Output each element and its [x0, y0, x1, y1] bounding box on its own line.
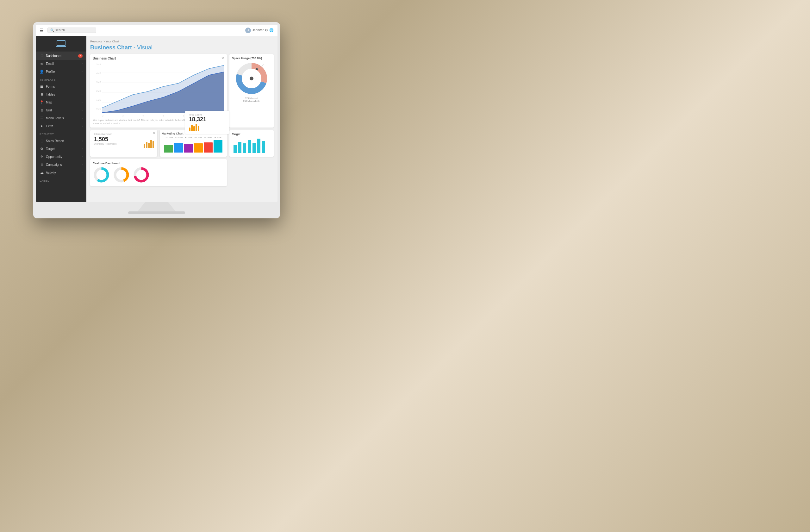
search-input[interactable]	[55, 29, 93, 32]
sidebar-item-extra[interactable]: ★ Extra ‹	[36, 122, 86, 130]
pct-1: 31.25%	[165, 136, 173, 139]
target-icon: ⚙	[39, 147, 44, 151]
space-available-label: 250 Mb available	[232, 100, 271, 102]
avatar: J	[245, 28, 251, 33]
pct-3: 36.50%	[185, 136, 192, 139]
gauge-row	[93, 166, 224, 183]
dashboard-grid: ✕ Business Chart 5MS 4MS 3MS 2MS 1MS 0MS	[90, 54, 274, 186]
sidebar-label-map: Map	[46, 101, 52, 104]
top-bar: ☰ 🔍 J Jennifer ⚙ 🌐	[36, 25, 277, 36]
activity-icon: ☁	[39, 171, 44, 175]
total-count-value: 18,321	[189, 116, 226, 123]
realtime-card: Realtime Dashboard	[90, 159, 227, 186]
y-label-5ms: 5MS	[93, 63, 101, 65]
page-title-dash: -	[133, 44, 137, 51]
sales-report-chevron: ‹	[82, 140, 83, 142]
interactive-user-label: Interactive User	[94, 133, 153, 135]
mbar-6	[214, 140, 223, 152]
total-count-chart	[189, 124, 226, 131]
email-icon: ✉	[39, 62, 44, 66]
sidebar-item-target[interactable]: ⚙ Target ‹	[36, 145, 86, 153]
y-label-2ms: 2MS	[93, 90, 101, 92]
forms-chevron: ‹	[82, 85, 83, 88]
project-section-label: Project	[36, 130, 86, 137]
interactive-user-close[interactable]: ✕	[153, 131, 155, 135]
sidebar-item-sales-report[interactable]: ⊞ Sales Report ‹	[36, 137, 86, 145]
sidebar-label-campaigns: Campaigns	[46, 163, 62, 166]
label-section-label: Label	[36, 177, 86, 183]
sales-report-icon: ⊞	[39, 139, 44, 143]
sidebar-item-map[interactable]: 📍 Map ‹	[36, 98, 86, 106]
pct-2: 43.75%	[175, 136, 182, 139]
svg-rect-12	[233, 145, 237, 153]
dashboard-badge: 7	[78, 54, 83, 58]
bar-1	[144, 144, 145, 148]
chart-area: 2345678	[102, 62, 224, 117]
page-title: Business Chart - Visual	[90, 44, 274, 51]
sidebar-item-forms[interactable]: ☰ Forms ‹	[36, 83, 86, 91]
sidebar-item-dashboard[interactable]: ⊞ Dashboard 7	[36, 52, 86, 60]
y-label-3ms: 3MS	[93, 81, 101, 83]
settings-icon[interactable]: ⚙	[265, 28, 268, 32]
user-name: Jennifer	[252, 29, 263, 32]
svg-rect-13	[238, 142, 241, 153]
search-bar[interactable]: 🔍	[47, 28, 96, 33]
sidebar-item-menu-levels[interactable]: ☰ Menu Levels ‹	[36, 114, 86, 122]
hamburger-icon[interactable]: ☰	[39, 28, 44, 33]
mbar-4	[194, 143, 203, 152]
sidebar-item-grid[interactable]: ⊟ Grid ‹	[36, 106, 86, 114]
content-panel: Resource > Your Chart Business Chart - V…	[86, 36, 277, 202]
target-chevron: ‹	[82, 147, 83, 150]
sidebar-item-activity[interactable]: ☁ Activity ‹	[36, 169, 86, 177]
opportunity-icon: ✈	[39, 155, 44, 159]
sidebar-item-tables[interactable]: ⊞ Tables ‹	[36, 91, 86, 98]
profile-chevron: ‹	[82, 70, 83, 73]
sidebar-label-profile: Profile	[46, 70, 55, 74]
monitor-stand-area	[36, 202, 277, 214]
dashboard-icon: ⊞	[39, 54, 44, 58]
svg-rect-16	[253, 143, 256, 153]
target-card: Target	[229, 130, 274, 157]
mbar-3	[184, 144, 193, 152]
sidebar-label-extra: Extra	[46, 124, 53, 128]
map-icon: 📍	[39, 100, 44, 104]
sidebar-label-tables: Tables	[46, 93, 55, 96]
opportunity-chevron: ‹	[82, 156, 83, 158]
gauge-2	[113, 166, 130, 183]
monitor-stand	[137, 202, 176, 211]
laptop-screen-icon	[56, 40, 65, 46]
page-title-suffix: Visual	[137, 44, 152, 51]
grid-chevron: ‹	[82, 109, 83, 112]
monitor-frame: ☰ 🔍 J Jennifer ⚙ 🌐	[33, 22, 280, 219]
browser-icon[interactable]: 🌐	[269, 28, 274, 32]
sidebar-item-opportunity[interactable]: ✈ Opportunity ‹	[36, 153, 86, 161]
sidebar-label-dashboard: Dashboard	[46, 54, 61, 58]
sidebar-item-email[interactable]: ✉ Email ‹	[36, 60, 86, 68]
sidebar-item-profile[interactable]: 👤 Profile ‹	[36, 68, 86, 76]
main-area: ⊞ Dashboard 7 ✉ Email ‹ 👤 Profile ‹ T	[36, 36, 277, 202]
bar-3	[148, 143, 150, 148]
menu-levels-icon: ☰	[39, 116, 44, 120]
sidebar-label-grid: Grid	[46, 109, 52, 112]
marketing-pct-labels: 31.25% 43.75% 36.50% 41.25% 44.50% 58.25…	[162, 136, 225, 140]
pct-5: 44.50%	[204, 136, 212, 139]
user-pill: J Jennifer ⚙ 🌐	[245, 28, 274, 33]
sidebar-label-sales-report: Sales Report	[46, 139, 64, 143]
bar-5	[152, 141, 154, 148]
grid-icon: ⊟	[39, 108, 44, 112]
business-chart-title: Business Chart	[93, 57, 224, 60]
email-chevron: ‹	[82, 62, 83, 65]
space-usage-card: Space Usage (750 Mb)	[229, 54, 274, 128]
mbar-1	[164, 145, 173, 152]
monitor-base	[128, 211, 185, 214]
interactive-user-chart	[144, 139, 154, 148]
svg-rect-17	[257, 139, 260, 153]
tc-bar-3	[193, 126, 195, 131]
tc-bar-1	[189, 128, 191, 131]
area-chart-svg	[102, 62, 224, 113]
business-chart-close[interactable]: ✕	[221, 56, 224, 61]
svg-rect-14	[243, 143, 246, 153]
sidebar-logo	[36, 36, 86, 52]
sidebar-item-campaigns[interactable]: ⊞ Campaigns ‹	[36, 161, 86, 169]
space-usage-title: Space Usage (750 Mb)	[232, 57, 271, 60]
